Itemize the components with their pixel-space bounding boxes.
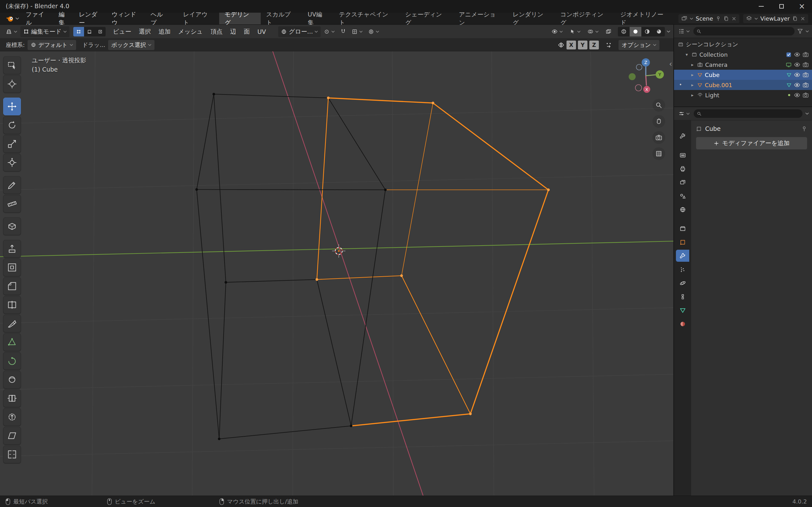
menu-select[interactable]: 選択: [136, 26, 154, 38]
workspace-tab-modeling[interactable]: モデリング: [219, 13, 261, 24]
menu-view[interactable]: ビュー: [109, 26, 135, 38]
menu-edge[interactable]: 辺: [227, 26, 240, 38]
mode-dropdown[interactable]: 編集モード: [20, 26, 69, 37]
material-preview-button[interactable]: [641, 27, 653, 37]
cursor-tool[interactable]: [3, 75, 21, 93]
workspace-tab-compositing[interactable]: コンポジティング: [555, 13, 615, 24]
solid-shading-button[interactable]: [629, 27, 641, 37]
spin-tool[interactable]: [3, 352, 21, 370]
tab-scene[interactable]: [676, 190, 689, 202]
smooth-tool[interactable]: [3, 371, 21, 389]
hide-eye-icon[interactable]: [794, 51, 800, 58]
3d-viewport-canvas[interactable]: [0, 51, 673, 496]
transform-tool[interactable]: [3, 154, 21, 171]
mirror-x-button[interactable]: X: [566, 41, 576, 49]
tab-object-data[interactable]: [676, 304, 689, 316]
loop-cut-tool[interactable]: [3, 296, 21, 314]
shear-tool[interactable]: [3, 427, 21, 445]
snap-base-icon[interactable]: [605, 42, 612, 49]
edge-select-button[interactable]: [84, 27, 95, 37]
gizmo-negative-x-handle[interactable]: [635, 84, 642, 91]
workspace-tab-shading[interactable]: シェーディング: [400, 13, 453, 24]
menu-add[interactable]: 追加: [155, 26, 174, 38]
vertex-select-button[interactable]: [73, 27, 84, 37]
measure-tool[interactable]: [3, 195, 21, 213]
bevel-tool[interactable]: [3, 277, 21, 295]
wireframe-shading-button[interactable]: [618, 27, 629, 37]
mirror-y-button[interactable]: Y: [578, 41, 588, 49]
hide-eye-icon[interactable]: [794, 61, 800, 68]
outliner-row-light[interactable]: ▸ Light: [674, 90, 812, 100]
scene-selector[interactable]: Scene: [678, 14, 740, 23]
disable-render-icon[interactable]: [803, 61, 809, 68]
mesh-data-icon[interactable]: [786, 82, 792, 88]
move-tool[interactable]: [3, 98, 21, 115]
tab-view-layer[interactable]: [676, 176, 689, 188]
outliner-display-mode-button[interactable]: [677, 27, 691, 35]
shading-dropdown-chevron-icon[interactable]: [667, 31, 670, 33]
xray-toggle-button[interactable]: [603, 27, 614, 36]
knife-tool[interactable]: [3, 315, 21, 332]
proportional-editing-button[interactable]: [366, 27, 382, 36]
transform-orientation-dropdown[interactable]: グロー...: [278, 26, 321, 37]
filter-icon[interactable]: [797, 28, 803, 34]
mirror-z-button[interactable]: Z: [589, 41, 599, 49]
tab-collection[interactable]: [676, 222, 689, 234]
disable-render-icon[interactable]: [803, 92, 809, 98]
pan-button[interactable]: [653, 115, 665, 128]
panel-collapse-handle[interactable]: ‹: [669, 60, 672, 68]
zoom-button[interactable]: [653, 99, 665, 112]
new-scene-icon[interactable]: [723, 16, 729, 21]
tab-render[interactable]: [676, 149, 689, 161]
menu-file[interactable]: ファイル: [21, 13, 55, 24]
tab-output[interactable]: [676, 163, 689, 175]
menu-window[interactable]: ウィンドウ: [107, 13, 147, 24]
workspace-tab-sculpting[interactable]: スカルプト: [261, 13, 302, 24]
3d-viewport[interactable]: ユーザー・透視投影 (1) Cube: [0, 51, 673, 496]
outliner-row-collection[interactable]: ▾ Collection: [674, 49, 812, 60]
add-cube-tool[interactable]: [3, 217, 21, 235]
hide-eye-icon[interactable]: [794, 72, 800, 78]
select-box-tool[interactable]: [3, 56, 21, 74]
outliner-row-camera[interactable]: ▸ Camera: [674, 60, 812, 70]
rendered-shading-button[interactable]: [653, 27, 665, 37]
viewlayer-selector[interactable]: ViewLayer: [743, 14, 808, 23]
outliner-search[interactable]: [693, 27, 795, 36]
unselected-vertices[interactable]: [195, 93, 387, 440]
chevron-down-icon[interactable]: [806, 31, 809, 32]
rotate-tool[interactable]: [3, 116, 21, 134]
disclosure-icon[interactable]: ▾: [684, 52, 689, 57]
navigation-gizmo[interactable]: Z Y X: [625, 56, 666, 97]
tab-world[interactable]: [676, 204, 689, 216]
camera-view-button[interactable]: [653, 131, 665, 144]
shrink-flatten-tool[interactable]: [3, 408, 21, 426]
cube-wireframe[interactable]: [197, 94, 386, 439]
properties-display-mode-button[interactable]: [677, 110, 691, 117]
tab-material[interactable]: [676, 318, 689, 330]
outliner-row-scene-collection[interactable]: シーンコレクション: [674, 39, 812, 49]
properties-search[interactable]: [694, 109, 803, 118]
menu-mesh[interactable]: メッシュ: [175, 26, 206, 38]
tab-particles[interactable]: [676, 263, 689, 275]
pin-icon[interactable]: [801, 126, 807, 132]
workspace-tab-rendering[interactable]: レンダリング: [507, 13, 555, 24]
snap-toggle-button[interactable]: [338, 27, 349, 36]
workspace-tab-geometry-nodes[interactable]: ジオメトリノード: [615, 13, 675, 24]
workspace-tab-animation[interactable]: アニメーション: [454, 13, 507, 24]
options-dropdown[interactable]: オプション: [618, 40, 659, 50]
add-modifier-button[interactable]: モディファイアーを追加: [696, 137, 807, 150]
disable-render-icon[interactable]: [803, 72, 809, 78]
menu-vertex[interactable]: 頂点: [207, 26, 226, 38]
outliner-row-cube-001[interactable]: • ▸ Cube.001: [674, 80, 812, 90]
rip-region-tool[interactable]: [3, 446, 21, 463]
editor-type-button[interactable]: [3, 27, 20, 36]
light-data-icon[interactable]: [786, 93, 792, 98]
selected-vertices[interactable]: [316, 97, 550, 415]
face-select-button[interactable]: [95, 27, 106, 37]
tab-modifiers[interactable]: [676, 250, 689, 262]
disclosure-icon[interactable]: ▸: [690, 62, 695, 67]
app-menu-button[interactable]: [4, 13, 21, 24]
overlays-dropdown[interactable]: [585, 27, 601, 36]
menu-uv[interactable]: UV: [254, 26, 270, 37]
extrude-region-tool[interactable]: [3, 240, 21, 258]
